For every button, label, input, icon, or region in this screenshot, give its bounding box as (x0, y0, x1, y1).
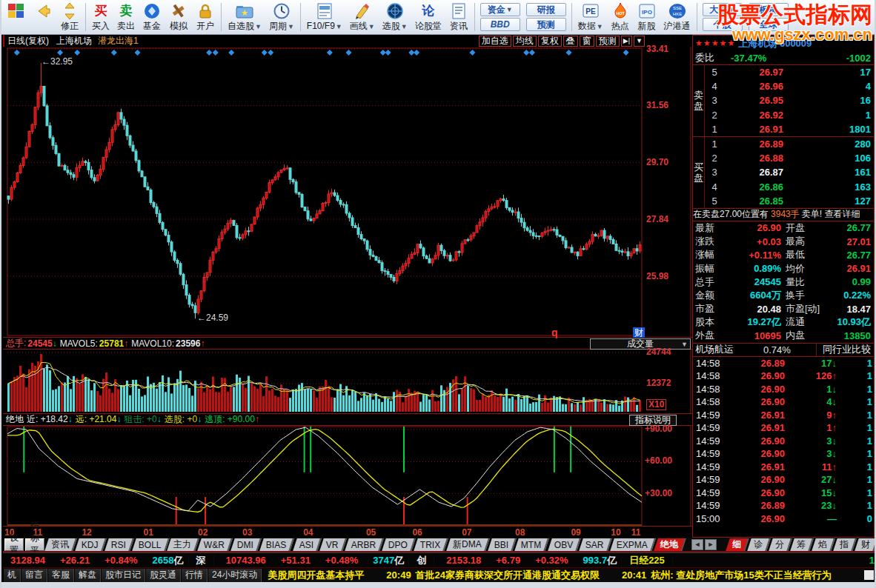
chart-stock-label: 上海机场 (56, 36, 92, 47)
tab-资讯[interactable]: 资讯 (44, 538, 77, 551)
indicator-chart[interactable] (3, 426, 692, 526)
volume-chart[interactable] (3, 350, 692, 413)
toolbar-forum-button[interactable]: 论论股堂 (411, 0, 445, 34)
toolbar-pe-data-button[interactable]: PE数据▼ (574, 0, 607, 34)
tab-DPO[interactable]: DPO (382, 538, 416, 551)
toolbar-simulate-button[interactable]: 模拟 (165, 0, 192, 34)
toolbar-report-forecast-top-button[interactable]: 研报 (526, 3, 566, 16)
toolbar-funds-bbd-top-button[interactable]: 资金▼ (480, 3, 520, 16)
tape-row: 14:5826.904↓1 (693, 395, 874, 409)
tab-SAR[interactable]: SAR (579, 538, 611, 551)
chart-header-button-5[interactable]: 预测 (596, 36, 620, 47)
tab-VR[interactable]: VR (319, 538, 346, 551)
scroll-left-icon[interactable]: ◄ (691, 539, 703, 550)
tape-row: 14:5926.9015↓1 (693, 487, 874, 500)
news-button-行情[interactable]: 行情 (181, 569, 208, 582)
news-button-解盘[interactable]: 解盘 (74, 569, 101, 582)
tab-BOLL[interactable]: BOLL (132, 538, 169, 551)
scroll-right-icon[interactable]: ► (705, 539, 717, 550)
right-tab-细[interactable]: 细 (726, 538, 749, 551)
scroll-thumb[interactable] (864, 570, 874, 580)
market-name: 深 (196, 554, 206, 567)
news-button-股市日记[interactable]: 股市日记 (101, 569, 145, 582)
toolbar-back-button[interactable] (30, 0, 56, 34)
ask-volume: 1 (783, 110, 874, 121)
notice-pre: 在卖盘27.00位置有 (693, 209, 769, 221)
tab-RSI[interactable]: RSI (104, 538, 134, 551)
tab-DMI[interactable]: DMI (231, 538, 262, 551)
chart-header-button-4[interactable]: 窗 (580, 36, 594, 47)
toolbar-market-stock-bottom-button[interactable]: 个股 (703, 18, 743, 31)
toolbar-news-button[interactable]: 资讯 (445, 0, 472, 34)
news-button-24小时滚动[interactable]: 24小时滚动 (208, 569, 262, 582)
toolbar-fund-button[interactable]: 基金 (139, 0, 165, 34)
chart-header-button-0[interactable]: 加自选 (479, 36, 511, 47)
toolbar-app-grid-button[interactable] (3, 0, 30, 34)
open-account-icon (196, 1, 215, 21)
toolbar-report-forecast-bottom-button[interactable]: 预测 (526, 18, 566, 31)
indicator-tabbar: 设置指标平台资讯KDJRSIBOLL主力W&RDMIBIASASIVRARBRD… (3, 538, 876, 552)
tab-W&R[interactable]: W&R (198, 538, 233, 551)
toolbar-stock-pick-button[interactable]: 选股▼ (379, 0, 411, 34)
toolbar-draw-line-button[interactable]: 画线▼ (346, 0, 379, 34)
next-window-icon[interactable]: ▶| (621, 36, 632, 47)
news-button-机[interactable]: 机 (3, 569, 21, 582)
chart-header-button-3[interactable]: 叠 (563, 36, 578, 47)
stat-value: 10.93亿 (830, 315, 874, 329)
tab-BBI[interactable]: BBI (488, 538, 517, 551)
news-button-留言[interactable]: 留言 (21, 569, 47, 582)
tab-MTM[interactable]: MTM (515, 538, 550, 551)
tab-button-设置[interactable]: 设置 (4, 538, 24, 551)
tab-EXPMA[interactable]: EXPMA (610, 538, 656, 551)
news-button-客服[interactable]: 客服 (47, 569, 74, 582)
toolbar-ipo-button[interactable]: IPO新股 (634, 0, 660, 34)
toolbar-hgt-button[interactable]: SSEHKE沪港通 (660, 0, 694, 34)
tab-KDJ[interactable]: KDJ (75, 538, 106, 551)
chart-header-button-2[interactable]: 复权 (538, 36, 562, 47)
tab-绝地[interactable]: 绝地 (654, 538, 686, 551)
tab-button-指标平台[interactable]: 指标平台 (25, 538, 44, 551)
toolbar-buy-button[interactable]: 买买入 (88, 0, 113, 34)
tab-新DMA[interactable]: 新DMA (447, 538, 490, 551)
tab-BIAS[interactable]: BIAS (260, 538, 295, 551)
right-tab-诊[interactable]: 诊 (747, 538, 771, 551)
cai-badge[interactable]: 财 (633, 327, 645, 338)
toolbar-f10-button[interactable]: F10/F9▼ (303, 0, 346, 34)
right-tab-财[interactable]: 财 (855, 538, 876, 551)
tab-OBV[interactable]: OBV (548, 538, 581, 551)
tab-label: 主力 (173, 538, 191, 551)
chevron-down-icon: ▼ (597, 23, 603, 30)
right-tab-分[interactable]: 分 (769, 538, 792, 551)
news-button-股灵通[interactable]: 股灵通 (145, 569, 181, 582)
status-separator (621, 555, 622, 566)
toolbar-separator (571, 3, 572, 31)
sector-name[interactable]: 机场航运 (695, 343, 734, 356)
stat-label: 金额 (695, 289, 720, 302)
right-tab-焰[interactable]: 焰 (812, 538, 835, 551)
toolbar-hot-button[interactable]: HOT热点 (607, 0, 634, 34)
candlestick-chart[interactable] (3, 47, 692, 337)
toolbar-watchlist-button[interactable]: ★自选股▼ (224, 0, 265, 34)
volume-type-selector[interactable]: 成交量 ▼ (590, 338, 691, 350)
toolbar-funds-bbd-bottom-button[interactable]: BBD (480, 18, 520, 31)
chart-period-label[interactable]: 日线(复权) (7, 36, 49, 47)
chart-header-button-1[interactable]: 均线 (513, 36, 537, 47)
right-tab-筹[interactable]: 筹 (790, 538, 814, 551)
chevron-down-icon[interactable]: ▼ (634, 36, 645, 47)
large-order-notice[interactable]: 在卖盘27.00位置有3943手卖单! 查看详细 (693, 209, 874, 221)
toolbar-sell-button[interactable]: 卖卖出 (113, 0, 139, 34)
toolbar-open-account-button[interactable]: 开户 (192, 0, 219, 34)
right-tab-指[interactable]: 指 (833, 538, 857, 551)
tab-主力[interactable]: 主力 (167, 538, 200, 551)
industry-compare-link[interactable]: 同行业比较 (816, 343, 871, 356)
toolbar-sector-global-bottom-button[interactable]: 全球 (749, 18, 789, 31)
tab-TRIX[interactable]: TRIX (414, 538, 448, 551)
toolbar-correct-button[interactable]: 修正 (56, 0, 83, 34)
tab-ASI[interactable]: ASI (293, 538, 322, 551)
tab-ARBR[interactable]: ARBR (345, 538, 384, 551)
notice-link[interactable]: 卖单! 查看详细 (802, 209, 860, 221)
tape-count: 1 (837, 461, 874, 472)
toolbar-sector-global-top-button[interactable]: 板块 (749, 3, 789, 16)
toolbar-period-button[interactable]: 周期▼ (265, 0, 298, 34)
toolbar-market-stock-top-button[interactable]: 大盘▼ (703, 3, 743, 16)
